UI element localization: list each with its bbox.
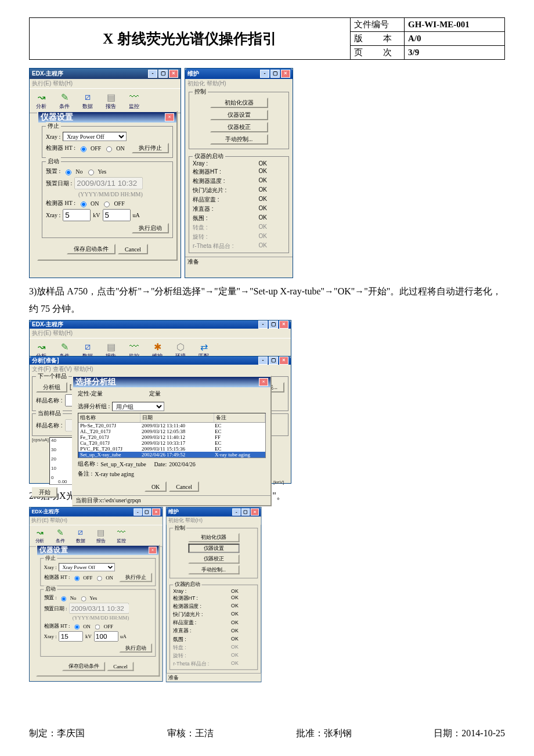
- maint2-titlebar: 维护‐▢×: [167, 507, 261, 517]
- list-item[interactable]: PVC_PE_T20_017J2009/03/11 15:15:36EC: [78, 446, 265, 452]
- kv-input[interactable]: [63, 209, 91, 221]
- maint-menubar[interactable]: 初始化 帮助(H): [185, 79, 293, 88]
- init-instr-button[interactable]: 初始化仪器: [210, 98, 268, 108]
- preset-yes[interactable]: [81, 596, 86, 602]
- instr-cal-button[interactable]: 仪器校正: [210, 122, 268, 132]
- exec-stop-button[interactable]: 执行停止: [132, 143, 169, 153]
- screenshot-3: EDX-主程序‐▢× 执行(E) 帮助(H) ↝分析 ✎条件 ⧄数据 ▤报告 〰…: [29, 507, 448, 682]
- cancel-button[interactable]: Cancel: [107, 662, 134, 671]
- screenshot-2: EDX-主程序‐▢× 执行(E) 帮助(H) ↝分析 ✎条件 ⧄数据 ▤报告 〰…: [29, 320, 290, 483]
- close-icon[interactable]: ×: [169, 70, 178, 78]
- start-ht-off[interactable]: [95, 624, 100, 629]
- list-item[interactable]: Cu_T20_017J2009/03/12 10:33:17EC: [78, 440, 265, 446]
- init-instr-button[interactable]: 初始化仪器: [188, 533, 239, 542]
- max-icon[interactable]: ▢: [270, 70, 280, 78]
- xray-select[interactable]: Xray Power Off: [59, 563, 115, 571]
- list-item[interactable]: Set_up_X-ray_tube2002/04/26 17:49:52X-ra…: [78, 452, 265, 458]
- preset-yes[interactable]: [88, 170, 94, 175]
- min-icon[interactable]: ‐: [148, 70, 157, 78]
- ua-input[interactable]: [93, 631, 118, 642]
- stop-ht-on[interactable]: [106, 146, 112, 152]
- ua-input[interactable]: [103, 209, 131, 221]
- exec-start-button[interactable]: 执行启动: [120, 643, 152, 653]
- close-icon[interactable]: ×: [259, 378, 268, 386]
- list-item[interactable]: AL_T20_017J2009/03/12 12:05:38EC: [78, 429, 265, 434]
- group-listbox[interactable]: 组名称日期备注 Pb-Se_T20_017J2009/03/12 13:11:4…: [78, 413, 266, 458]
- preset-date-input: [74, 177, 143, 189]
- xray-select[interactable]: Xray Power Off: [63, 132, 127, 141]
- preset-no[interactable]: [66, 170, 71, 175]
- max-icon[interactable]: ▢: [158, 70, 168, 78]
- instr-set-button[interactable]: 仪器设置: [188, 543, 239, 553]
- close-icon[interactable]: ×: [279, 357, 288, 365]
- edx2-titlebar: EDX-主程序‐▢×: [30, 321, 291, 329]
- list-item[interactable]: Fe_T20_017J2009/03/12 11:40:12FF: [78, 434, 265, 440]
- exec-stop-button[interactable]: 执行停止: [120, 573, 152, 582]
- save-cond-button[interactable]: 保存启动条件: [62, 662, 105, 671]
- min-icon[interactable]: ‐: [258, 357, 268, 365]
- tb-data[interactable]: ⧄数据: [73, 527, 89, 544]
- tb-analysis[interactable]: ↝分析: [32, 91, 50, 110]
- start-ht-off[interactable]: [104, 201, 110, 207]
- edx3-menubar[interactable]: 执行(E) 帮助(H): [30, 517, 163, 525]
- tb-analysis[interactable]: ↝分析: [31, 527, 48, 544]
- close-icon[interactable]: ×: [165, 113, 174, 121]
- start-ht-on[interactable]: [81, 201, 86, 207]
- doc-no: GH-WI-ME-001: [405, 18, 505, 32]
- preset-date-input: [69, 603, 129, 613]
- status-grid: Xray :OK检测器HT :OK检测器温度 :OK快门/滤光片 :OK样品室盖…: [173, 588, 254, 667]
- instr-set-button[interactable]: 仪器设置: [210, 110, 268, 120]
- close-icon[interactable]: ×: [149, 547, 157, 554]
- ok-button[interactable]: OK: [145, 481, 167, 492]
- page: 3/9: [405, 46, 505, 60]
- max-icon[interactable]: ▢: [269, 321, 278, 329]
- tb-report[interactable]: ▤报告: [93, 527, 109, 544]
- tb-data[interactable]: ⧄数据: [78, 91, 97, 110]
- tab-qual[interactable]: 定性-定量: [78, 390, 103, 398]
- exec-start-button[interactable]: 执行启动: [132, 223, 169, 233]
- manual-ctrl-button[interactable]: 手动控制...: [188, 565, 239, 574]
- rev: A/0: [405, 32, 505, 46]
- selgrp-select[interactable]: 用户组: [112, 402, 164, 411]
- tb-monitor[interactable]: 〰监控: [125, 91, 143, 110]
- tb-condition[interactable]: ✎条件: [55, 91, 74, 110]
- edx-menubar[interactable]: 执行(E) 帮助(H): [30, 79, 181, 88]
- edx2-menubar[interactable]: 执行(E) 帮助(H): [30, 329, 291, 338]
- tab-quant[interactable]: 定量: [149, 390, 161, 398]
- manual-ctrl-button[interactable]: 手动控制...: [210, 134, 268, 145]
- close-icon[interactable]: ×: [251, 509, 259, 516]
- stop-ht-on[interactable]: [97, 575, 102, 581]
- page-label: 页 次: [351, 46, 405, 60]
- min-icon[interactable]: ‐: [232, 509, 240, 516]
- analysis-menubar[interactable]: 文件(F) 查看(V) 帮助(H): [30, 365, 291, 374]
- cps-label: [cps/uA]: [32, 437, 47, 485]
- tb-monitor[interactable]: 〰监控: [113, 527, 129, 544]
- close-icon[interactable]: ×: [281, 70, 290, 78]
- cancel-button[interactable]: Cancel: [118, 244, 148, 254]
- tb-condition[interactable]: ✎条件: [52, 527, 68, 544]
- analysis-group-button[interactable]: 分析组: [36, 382, 67, 393]
- min-icon[interactable]: ‐: [134, 509, 142, 516]
- cancel-button[interactable]: Cancel: [169, 481, 199, 492]
- start-ht-on[interactable]: [74, 624, 80, 629]
- kv-input[interactable]: [59, 631, 83, 642]
- tb-report[interactable]: ▤报告: [102, 91, 120, 110]
- min-icon[interactable]: ‐: [258, 321, 268, 329]
- max-icon[interactable]: ▢: [269, 357, 278, 365]
- stop-ht-off[interactable]: [81, 146, 86, 152]
- preset-no[interactable]: [62, 596, 67, 602]
- min-icon[interactable]: ‐: [260, 70, 269, 78]
- max-icon[interactable]: ▢: [241, 509, 250, 516]
- close-icon[interactable]: ×: [279, 321, 288, 329]
- start-button[interactable]: 开始: [32, 487, 57, 498]
- close-icon[interactable]: ×: [152, 509, 160, 516]
- instr-cal-button[interactable]: 仪器校正: [188, 555, 239, 564]
- instr-titlebar: 仪器设置×: [38, 112, 176, 123]
- save-cond-button[interactable]: 保存启动条件: [67, 244, 116, 254]
- list-item[interactable]: Pb-Se_T20_017J2009/03/12 13:11:40EC: [78, 423, 265, 429]
- doc-no-label: 文件编号: [351, 18, 405, 32]
- edx-titlebar: EDX-主程序 ‐▢×: [30, 69, 181, 79]
- max-icon[interactable]: ▢: [143, 509, 151, 516]
- stop-ht-off[interactable]: [74, 575, 80, 581]
- maint2-menubar[interactable]: 初始化 帮助(H): [167, 517, 261, 525]
